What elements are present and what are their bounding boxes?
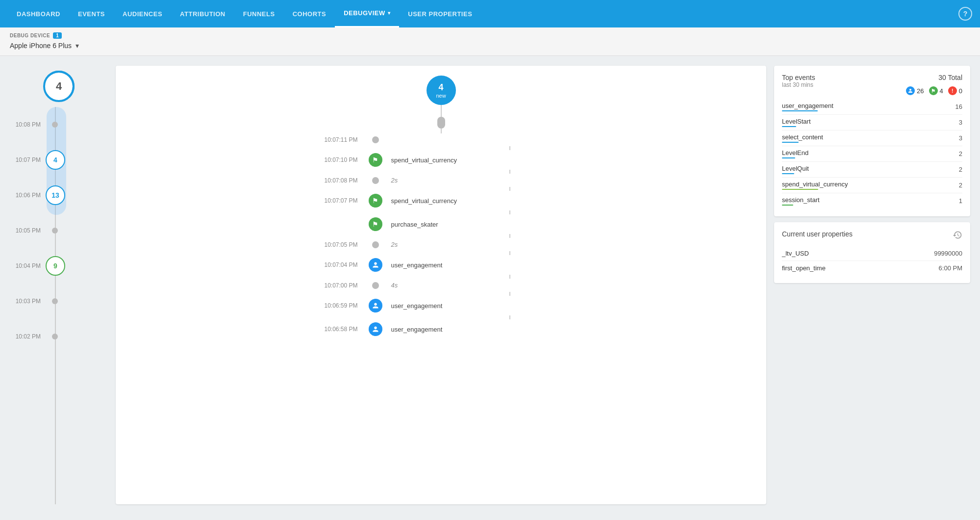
main-content: 4 10:08 PM 10:07 PM 4 10:06 PM 13: [0, 56, 980, 514]
event-time-gap1: 10:07:08 PM: [299, 177, 368, 184]
event-time-2: 10:07:10 PM: [299, 156, 368, 163]
event-row-2[interactable]: 10:07:10 PM ⚑ spend_virtual_currency: [299, 150, 583, 170]
top-event-count-1: 16: [955, 103, 962, 110]
timeline-dot-1008: [52, 122, 58, 128]
timeline-bubble-1004[interactable]: 9: [46, 256, 65, 276]
time-label-1004: 10:04 PM: [10, 262, 47, 269]
prop-name-2: first_open_time: [782, 264, 826, 272]
gap-dot-3: [372, 282, 379, 289]
event-dot-3: ⚑: [368, 194, 383, 208]
top-event-row-6[interactable]: spend_virtual_currency 2: [782, 178, 962, 193]
event-name-2: spend_virtual_currency: [383, 156, 457, 164]
event-dot-5: [368, 258, 383, 272]
event-row-1[interactable]: 10:07:11 PM: [299, 133, 583, 146]
time-label-1005: 10:05 PM: [10, 227, 47, 234]
event-duration-3: 4s: [383, 282, 398, 289]
user-properties-card: Current user properties _ltv_USD 9999000…: [774, 222, 970, 283]
event-name-7: user_engagement: [383, 326, 443, 333]
event-time-1: 10:07:11 PM: [299, 136, 368, 143]
top-event-row-2[interactable]: LevelStart 3: [782, 115, 962, 130]
count-blue: 26: [906, 86, 924, 95]
top-event-row-3[interactable]: select_content 3: [782, 130, 962, 146]
top-event-count-6: 2: [959, 182, 962, 189]
nav-cohorts[interactable]: COHORTS: [284, 0, 335, 27]
prop-name-1: _ltv_USD: [782, 250, 809, 257]
debugview-dropdown-arrow: ▾: [388, 10, 391, 16]
green-flag-icon-3: ⚑: [369, 194, 382, 208]
props-list: _ltv_USD 99990000 first_open_time 6:00 P…: [782, 246, 962, 275]
event-time-gap3: 10:07:00 PM: [299, 282, 368, 289]
count-green: ⚑ 4: [929, 86, 943, 95]
debug-count-badge: 1: [53, 32, 62, 39]
green-flag-icon-4: ⚑: [369, 217, 382, 231]
event-row-6[interactable]: 10:06:59 PM user_engagement: [299, 296, 583, 315]
event-dot-6: [368, 299, 383, 312]
event-row-3[interactable]: 10:07:07 PM ⚑ spend_virtual_currency: [299, 191, 583, 210]
time-label-1002: 10:02 PM: [10, 333, 47, 340]
nav-events[interactable]: EVENTS: [69, 0, 114, 27]
event-row-7[interactable]: 10:06:58 PM user_engagement: [299, 319, 583, 339]
count-red: ! 0: [948, 86, 962, 95]
blue-person-icon-5: [369, 258, 382, 272]
prop-row-1[interactable]: _ltv_USD 99990000: [782, 246, 962, 261]
count-dot-green: ⚑: [929, 86, 938, 95]
nav-funnels[interactable]: FUNNELS: [234, 0, 284, 27]
event-row-gap3: 10:07:00 PM 4s: [299, 279, 583, 292]
top-event-count-7: 1: [959, 197, 962, 205]
nav-user-properties[interactable]: USER PROPERTIES: [399, 0, 481, 27]
top-event-row-4[interactable]: LevelEnd 2: [782, 146, 962, 162]
event-name-4: purchase_skater: [383, 221, 438, 228]
timeline-bubble-1006[interactable]: 13: [46, 185, 65, 205]
event-duration-2: 2s: [383, 241, 398, 248]
blue-person-icon-6: [369, 299, 382, 312]
prop-value-2: 6:00 PM: [939, 264, 962, 272]
event-time-gap2: 10:07:05 PM: [299, 241, 368, 248]
top-events-list: user_engagement 16 LevelStart 3 select_c…: [782, 99, 962, 208]
top-event-row-5[interactable]: LevelQuit 2: [782, 162, 962, 178]
timeline-dot-1003: [52, 298, 58, 304]
debug-device-label: DEBUG DEVICE 1: [10, 32, 970, 39]
timeline-row-1002: 10:02 PM: [10, 319, 108, 354]
event-name-6: user_engagement: [383, 302, 443, 310]
top-event-name-2: LevelStart: [782, 118, 811, 127]
event-row-4[interactable]: ⚑ purchase_skater: [299, 214, 583, 234]
timeline-row-1004[interactable]: 10:04 PM 9: [10, 248, 108, 284]
event-duration-1: 2s: [383, 177, 398, 184]
device-selector[interactable]: Apple iPhone 6 Plus ▾: [10, 42, 970, 50]
top-events-card: Top events last 30 mins 30 Total 26 ⚑: [774, 66, 970, 216]
top-event-name-6: spend_virtual_currency: [782, 181, 848, 190]
green-flag-icon-2: ⚑: [369, 153, 382, 167]
time-label-1003: 10:03 PM: [10, 298, 47, 305]
top-events-header: Top events last 30 mins 30 Total 26 ⚑: [782, 74, 962, 95]
event-top-bubble: 4 new: [427, 76, 456, 105]
event-dot-4: ⚑: [368, 217, 383, 231]
gray-dot-icon: [372, 136, 379, 143]
top-event-name-7: session_start: [782, 196, 820, 206]
device-dropdown-arrow: ▾: [75, 42, 79, 50]
event-time-5: 10:07:04 PM: [299, 261, 368, 268]
timeline-dot-1005: [52, 228, 58, 234]
event-dot-7: [368, 322, 383, 336]
nav-debugview[interactable]: DEBUGVIEW ▾: [335, 0, 399, 27]
gap-dot-1: [372, 177, 379, 184]
history-icon[interactable]: [953, 230, 962, 242]
nav-dashboard[interactable]: DASHBOARD: [8, 0, 69, 27]
top-event-name-3: select_content: [782, 133, 823, 143]
count-dot-red: !: [948, 86, 957, 95]
timeline-bubble-1007[interactable]: 4: [46, 150, 65, 170]
top-event-count-5: 2: [959, 166, 962, 173]
top-event-row-7[interactable]: session_start 1: [782, 193, 962, 208]
event-row-gap2: 10:07:05 PM 2s: [299, 238, 583, 251]
top-event-row-1[interactable]: user_engagement 16: [782, 99, 962, 115]
nav-attribution[interactable]: ATTRIBUTION: [171, 0, 234, 27]
event-name-3: spend_virtual_currency: [383, 197, 457, 205]
timeline-row-1003: 10:03 PM: [10, 284, 108, 319]
user-properties-title: Current user properties: [782, 230, 853, 238]
event-dot-1: [368, 136, 383, 143]
time-label-1008: 10:08 PM: [10, 121, 47, 128]
prop-row-2[interactable]: first_open_time 6:00 PM: [782, 261, 962, 275]
help-button[interactable]: ?: [958, 7, 972, 21]
nav-audiences[interactable]: AUDIENCES: [114, 0, 171, 27]
user-properties-header: Current user properties: [782, 230, 962, 242]
event-row-5[interactable]: 10:07:04 PM user_engagement: [299, 255, 583, 275]
